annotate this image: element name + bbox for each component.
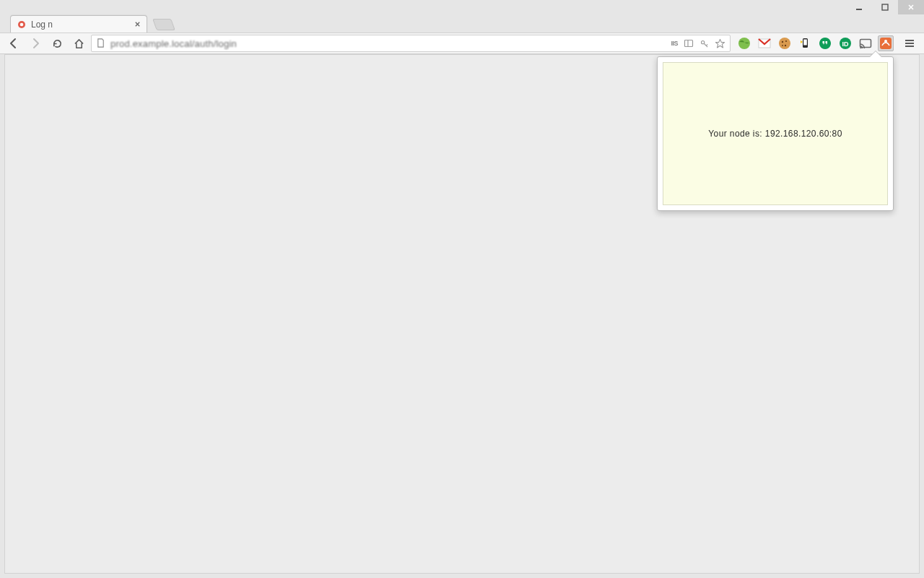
svg-rect-8: [685, 40, 693, 47]
svg-line-12: [706, 44, 707, 46]
nav-reload-button[interactable]: [48, 34, 66, 53]
tab-close-button[interactable]: [132, 20, 142, 30]
extension-gmail-icon[interactable]: [757, 35, 772, 51]
extension-cookie-icon[interactable]: [777, 35, 793, 51]
svg-rect-26: [880, 38, 892, 49]
nav-back-button[interactable]: [4, 34, 23, 53]
new-tab-button[interactable]: [152, 19, 175, 30]
extension-id-icon[interactable]: ID: [837, 35, 853, 51]
omnibox-right-icons: IIS: [671, 38, 725, 49]
page-icon: [96, 38, 106, 48]
svg-point-18: [785, 45, 786, 46]
extension-phone-icon[interactable]: [797, 35, 813, 51]
toolbar: prod.example.local/auth/login IIS: [0, 33, 924, 54]
window-close-button[interactable]: [898, 0, 924, 14]
window-caption-bar: [0, 0, 924, 14]
extension-globe-icon[interactable]: [736, 35, 752, 51]
node-message: Your node is: 192.168.120.60:80: [708, 129, 842, 139]
svg-rect-1: [882, 4, 888, 10]
key-icon[interactable]: [699, 39, 709, 48]
svg-rect-21: [803, 40, 807, 46]
svg-point-16: [782, 41, 783, 43]
window-minimize-button[interactable]: [846, 0, 872, 14]
svg-point-27: [884, 40, 887, 43]
extension-popup: Your node is: 192.168.120.60:80: [657, 56, 894, 211]
nav-home-button[interactable]: [69, 34, 88, 53]
browser-tab[interactable]: Log n: [10, 15, 147, 33]
svg-point-13: [738, 38, 750, 49]
svg-point-19: [782, 45, 783, 46]
tab-favicon-icon: [17, 20, 27, 30]
svg-point-17: [785, 40, 787, 42]
iis-indicator-icon: IIS: [671, 40, 678, 47]
svg-text:ID: ID: [842, 40, 850, 48]
tab-title: Log n: [31, 20, 128, 30]
svg-point-25: [860, 47, 861, 48]
extension-strip: ID: [733, 35, 897, 51]
extension-popup-panel: Your node is: 192.168.120.60:80: [663, 62, 888, 205]
address-bar[interactable]: prod.example.local/auth/login IIS: [91, 35, 731, 52]
nav-forward-button[interactable]: [26, 34, 45, 53]
svg-point-5: [20, 22, 24, 26]
tab-strip: Log n: [0, 14, 924, 33]
address-bar-url: prod.example.local/auth/login: [110, 38, 666, 49]
extension-hangouts-icon[interactable]: [817, 35, 833, 51]
extension-node-popup-icon[interactable]: [878, 35, 894, 51]
chrome-menu-button[interactable]: [899, 34, 920, 53]
window-maximize-button[interactable]: [872, 0, 898, 14]
bookmark-star-icon[interactable]: [715, 38, 725, 49]
svg-point-15: [779, 38, 790, 49]
svg-point-10: [702, 40, 705, 43]
svg-rect-0: [856, 9, 862, 10]
panel-icon[interactable]: [684, 38, 694, 48]
extension-cast-icon[interactable]: [858, 35, 873, 51]
